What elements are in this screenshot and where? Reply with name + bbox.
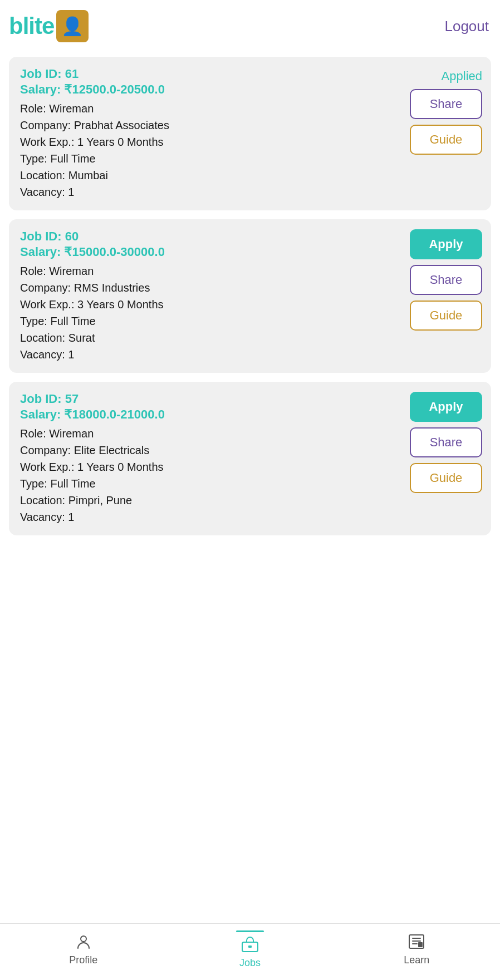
job-card-57: Job ID: 57 Salary: ₹18000.0-21000.0 Role… (9, 382, 491, 535)
job-company: Company: RMS Industries (20, 279, 403, 296)
job-id: Job ID: 57 (20, 392, 403, 406)
job-location: Location: Surat (20, 329, 403, 346)
job-card-actions: Applied Share Guide (410, 67, 482, 200)
jobs-label: Jobs (239, 957, 261, 969)
guide-button[interactable]: Guide (410, 301, 482, 331)
learn-icon (408, 934, 425, 952)
learn-label: Learn (404, 954, 429, 966)
share-button[interactable]: Share (410, 427, 482, 457)
nav-profile[interactable]: Profile (61, 934, 106, 966)
share-button[interactable]: Share (410, 265, 482, 295)
bottom-navigation: Profile Jobs Learn (0, 923, 500, 980)
svg-point-0 (81, 936, 86, 942)
job-card-details: Job ID: 60 Salary: ₹15000.0-30000.0 Role… (20, 229, 403, 363)
job-id: Job ID: 61 (20, 67, 403, 81)
job-work-exp: Work Exp.: 3 Years 0 Months (20, 296, 403, 313)
logout-button[interactable]: Logout (444, 18, 489, 35)
job-salary: Salary: ₹15000.0-30000.0 (20, 245, 403, 259)
job-card-60: Job ID: 60 Salary: ₹15000.0-30000.0 Role… (9, 219, 491, 373)
profile-label: Profile (69, 954, 97, 966)
job-work-exp: Work Exp.: 1 Years 0 Months (20, 459, 403, 475)
profile-icon (76, 934, 91, 952)
job-card-details: Job ID: 61 Salary: ₹12500.0-20500.0 Role… (20, 67, 403, 200)
job-location: Location: Mumbai (20, 167, 403, 184)
job-salary: Salary: ₹18000.0-21000.0 (20, 407, 403, 422)
job-work-exp: Work Exp.: 1 Years 0 Months (20, 134, 403, 150)
svg-rect-4 (418, 942, 423, 947)
job-card-details: Job ID: 57 Salary: ₹18000.0-21000.0 Role… (20, 392, 403, 525)
user-icon: 👤 (61, 17, 84, 35)
share-button[interactable]: Share (410, 89, 482, 119)
app-header: blite 👤 Logout (0, 0, 500, 48)
job-type: Type: Full Time (20, 313, 403, 329)
job-type: Type: Full Time (20, 150, 403, 167)
active-indicator (236, 930, 264, 932)
job-role: Role: Wireman (20, 425, 403, 442)
job-role: Role: Wireman (20, 263, 403, 279)
guide-button[interactable]: Guide (410, 463, 482, 493)
job-type: Type: Full Time (20, 475, 403, 492)
job-vacancy: Vacancy: 1 (20, 509, 403, 525)
apply-button[interactable]: Apply (410, 392, 482, 422)
job-location: Location: Pimpri, Pune (20, 492, 403, 509)
apply-button[interactable]: Apply (410, 229, 482, 259)
job-role: Role: Wireman (20, 100, 403, 117)
job-card-actions: Apply Share Guide (410, 229, 482, 363)
job-company: Company: Prabhat Associates (20, 117, 403, 134)
nav-jobs[interactable]: Jobs (228, 930, 272, 969)
svg-rect-2 (248, 945, 252, 948)
status-badge: Applied (442, 67, 482, 83)
logo-text: blite (9, 13, 54, 40)
job-id: Job ID: 60 (20, 229, 403, 244)
logo-avatar: 👤 (56, 10, 89, 42)
job-card-actions: Apply Share Guide (410, 392, 482, 525)
job-vacancy: Vacancy: 1 (20, 346, 403, 363)
job-salary: Salary: ₹12500.0-20500.0 (20, 82, 403, 97)
job-company: Company: Elite Electricals (20, 442, 403, 459)
job-list: Job ID: 61 Salary: ₹12500.0-20500.0 Role… (0, 48, 500, 980)
nav-learn[interactable]: Learn (394, 934, 439, 966)
job-card-61: Job ID: 61 Salary: ₹12500.0-20500.0 Role… (9, 57, 491, 210)
jobs-icon (242, 937, 258, 955)
logo: blite 👤 (9, 10, 89, 42)
job-vacancy: Vacancy: 1 (20, 184, 403, 200)
guide-button[interactable]: Guide (410, 125, 482, 155)
